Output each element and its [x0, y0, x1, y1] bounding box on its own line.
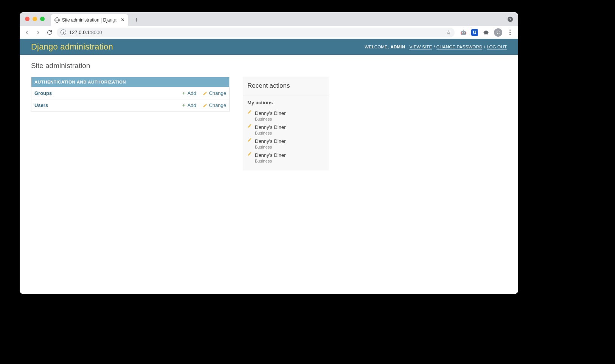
tab-title: Site administration | Django site [62, 17, 120, 23]
site-info-icon[interactable]: i [61, 29, 66, 35]
log-out-link[interactable]: LOG OUT [487, 45, 507, 50]
action-type: Business [255, 158, 324, 163]
profile-avatar[interactable]: C [494, 28, 502, 37]
browser-toolbar: i 127.0.0.1:8000 ☆ 🤖 U C [20, 26, 518, 39]
user-tools: WELCOME, ADMIN . VIEW SITE / CHANGE PASS… [365, 45, 507, 50]
model-row-users: Users Add Change [31, 99, 229, 111]
model-link-groups[interactable]: Groups [34, 90, 182, 96]
action-item: Denny's Diner Business [247, 150, 324, 164]
action-item: Denny's Diner Business [247, 122, 324, 136]
action-link[interactable]: Denny's Diner [255, 124, 286, 130]
pencil-icon [247, 152, 252, 156]
recent-actions-title: Recent actions [247, 82, 324, 90]
username: ADMIN [390, 45, 405, 49]
welcome-label: WELCOME, [365, 45, 389, 49]
browser-window: Site administration | Django site ✕ + i … [20, 12, 518, 294]
action-list: Denny's Diner Business Denny's Diner Bus… [247, 108, 324, 164]
change-groups-link[interactable]: Change [203, 90, 226, 96]
change-users-link[interactable]: Change [203, 102, 226, 108]
pencil-icon [247, 138, 252, 142]
action-link[interactable]: Denny's Diner [255, 138, 286, 144]
browser-tab[interactable]: Site administration | Django site ✕ [51, 14, 128, 26]
plus-icon [182, 103, 186, 107]
action-link[interactable]: Denny's Diner [255, 110, 286, 116]
app-module-auth: AUTHENTICATION AND AUTHORIZATION Groups … [31, 77, 230, 112]
divider [243, 96, 329, 96]
extensions-puzzle-icon[interactable] [483, 29, 489, 36]
extension-bitwarden-icon[interactable]: U [471, 29, 478, 36]
view-site-link[interactable]: VIEW SITE [409, 45, 432, 50]
extension-robot-icon[interactable]: 🤖 [460, 29, 467, 36]
action-link[interactable]: Denny's Diner [255, 152, 286, 158]
pencil-icon [203, 91, 207, 96]
content: Site administration AUTHENTICATION AND A… [20, 55, 518, 177]
maximize-window-button[interactable] [40, 17, 45, 21]
window-controls [25, 17, 45, 21]
toolbar-right: 🤖 U C [458, 28, 515, 37]
site-title: Django administration [31, 42, 113, 52]
action-item: Denny's Diner Business [247, 136, 324, 150]
address-bar[interactable]: i 127.0.0.1:8000 ☆ [57, 28, 455, 37]
globe-icon [54, 17, 60, 23]
action-type: Business [255, 130, 324, 135]
action-item: Denny's Diner Business [247, 108, 324, 122]
tab-strip: Site administration | Django site ✕ + [20, 12, 518, 26]
new-tab-button[interactable]: + [131, 15, 142, 25]
bookmark-star-icon[interactable]: ☆ [446, 29, 451, 36]
page: Django administration WELCOME, ADMIN . V… [20, 39, 518, 294]
my-actions-title: My actions [247, 100, 324, 105]
close-window-button[interactable] [25, 17, 30, 21]
back-button[interactable] [23, 28, 31, 37]
pencil-icon [247, 124, 252, 128]
minimize-window-button[interactable] [33, 17, 37, 21]
plus-icon [182, 91, 186, 95]
django-header: Django administration WELCOME, ADMIN . V… [20, 39, 518, 55]
recent-actions-module: Recent actions My actions Denny's Diner … [243, 77, 329, 170]
close-tab-button[interactable]: ✕ [120, 17, 125, 23]
pencil-icon [247, 110, 252, 114]
app-caption[interactable]: AUTHENTICATION AND AUTHORIZATION [31, 77, 229, 87]
page-title: Site administration [31, 62, 329, 70]
forward-button[interactable] [34, 28, 42, 37]
url-text: 127.0.0.1:8000 [69, 29, 102, 35]
model-row-groups: Groups Add Change [31, 87, 229, 99]
add-groups-link[interactable]: Add [182, 90, 203, 96]
model-link-users[interactable]: Users [34, 102, 182, 108]
tabs-dropdown-button[interactable] [508, 17, 513, 22]
reload-button[interactable] [45, 28, 54, 37]
action-type: Business [255, 116, 324, 121]
add-users-link[interactable]: Add [182, 102, 203, 108]
pencil-icon [203, 103, 207, 108]
browser-menu-button[interactable] [507, 29, 513, 35]
action-type: Business [255, 144, 324, 149]
change-password-link[interactable]: CHANGE PASSWORD [436, 45, 483, 50]
